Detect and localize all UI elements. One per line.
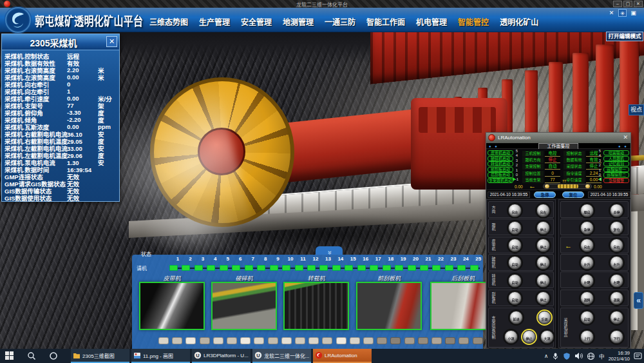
- control-button-启动[interactable]: 启动: [508, 256, 522, 270]
- strip-collapse-tab[interactable]: «: [316, 246, 343, 255]
- thumbnail-dot[interactable]: [185, 337, 196, 344]
- support-state-indicator[interactable]: [169, 265, 178, 271]
- nav-item-智能工作面[interactable]: 智能工作面: [366, 16, 405, 27]
- panel-close-icon[interactable]: ✕: [106, 36, 117, 47]
- support-state-indicator[interactable]: [194, 265, 203, 271]
- control-button-右降[interactable]: 右降: [610, 274, 623, 288]
- support-state-indicator[interactable]: [270, 265, 278, 271]
- control-button-停止[interactable]: 停止: [610, 311, 623, 324]
- control-button-启动[interactable]: 启动: [508, 274, 522, 288]
- control-button-向右[interactable]: 向右: [536, 204, 550, 217]
- control-button-向左[interactable]: 向左: [580, 239, 594, 252]
- speaker-icon[interactable]: [574, 352, 583, 360]
- camera-feed-转载机[interactable]: [283, 282, 349, 330]
- control-button-顺启[interactable]: 顺启: [580, 204, 594, 217]
- control-button-启动[interactable]: 启动: [508, 291, 522, 305]
- estop-pill-button[interactable]: 急停: [534, 191, 556, 198]
- lr-titlebar[interactable]: LRAutomation ✕: [486, 133, 630, 143]
- window-icon[interactable]: ▣: [629, 9, 638, 17]
- nav-item-三维态势图[interactable]: 三维态势图: [149, 16, 188, 27]
- taskbar-task-2305三维截图[interactable]: 2305三维截图: [71, 349, 129, 363]
- control-button-向右[interactable]: 向右: [610, 239, 623, 252]
- control-button-大流[interactable]: 大流: [540, 330, 554, 344]
- camera-feed-前刮板机[interactable]: [356, 282, 422, 330]
- lr-mode-button-急停报警[interactable]: 急停报警: [603, 178, 629, 183]
- thumbnail-dot[interactable]: [377, 337, 387, 344]
- thumbnail-dot[interactable]: [200, 337, 210, 344]
- lr-mode-button-人员跟机[interactable]: 人员跟机: [603, 156, 629, 161]
- thumbnail-dot[interactable]: [281, 337, 292, 344]
- control-button-复位[interactable]: 复位: [610, 221, 623, 235]
- control-button-小流[interactable]: 小流: [504, 330, 518, 344]
- control-button-启动[interactable]: 启动: [580, 311, 594, 324]
- lr-mode-button-支架跟机启动[interactable]: 支架跟机启动: [488, 178, 513, 183]
- support-state-indicator[interactable]: [319, 265, 328, 271]
- support-state-indicator[interactable]: [207, 265, 215, 271]
- support-state-indicator[interactable]: [257, 265, 265, 271]
- control-button-前进[interactable]: 前进: [509, 311, 523, 324]
- search-icon[interactable]: [27, 351, 36, 360]
- gear-icon[interactable]: ✳: [618, 9, 627, 17]
- support-state-indicator[interactable]: [332, 265, 341, 271]
- support-state-indicator[interactable]: [370, 265, 378, 271]
- thumbnail-dot[interactable]: [390, 337, 401, 344]
- control-button-急停[interactable]: 急停: [580, 221, 594, 235]
- thumbnail-dot[interactable]: [254, 337, 264, 344]
- minimize-button[interactable]: –: [613, 1, 622, 7]
- control-button-右升[interactable]: 右升: [610, 256, 623, 270]
- reset-pill-button[interactable]: 复位: [562, 191, 584, 198]
- nav-item-一通三防[interactable]: 一通三防: [325, 16, 355, 27]
- control-button-向左[interactable]: 向左: [508, 204, 522, 217]
- control-button-启动[interactable]: 启动: [508, 221, 522, 235]
- support-state-indicator[interactable]: [220, 265, 228, 271]
- support-state-indicator[interactable]: [357, 265, 366, 271]
- ime-indicator[interactable]: 中: [599, 352, 605, 360]
- cortana-icon[interactable]: [49, 351, 58, 360]
- support-state-indicator[interactable]: [383, 265, 391, 271]
- nav-item-地测管理[interactable]: 地测管理: [283, 16, 314, 27]
- support-state-indicator[interactable]: [457, 265, 466, 271]
- open-edit-mode-button[interactable]: 打开编辑模式: [606, 32, 643, 41]
- support-state-indicator[interactable]: [182, 265, 190, 271]
- support-state-indicator[interactable]: [470, 265, 478, 271]
- nav-item-智能管控[interactable]: 智能管控: [458, 16, 489, 27]
- control-button-后退[interactable]: 后退: [538, 311, 551, 324]
- taskbar-task-11.png - 画图[interactable]: 11.png - 画图: [131, 349, 190, 363]
- lr-mode-button-皮带机启动[interactable]: 皮带机启动: [488, 150, 513, 155]
- control-button-左升[interactable]: 左升: [580, 256, 594, 270]
- control-button-停止[interactable]: 停止: [536, 256, 550, 270]
- viewpoint-tab[interactable]: 视点: [629, 104, 644, 115]
- control-button-上行[interactable]: 上行: [580, 330, 594, 344]
- camera-feed-皮带机[interactable]: [139, 282, 205, 330]
- thumbnail-dot[interactable]: [418, 337, 428, 344]
- support-state-indicator[interactable]: [445, 265, 453, 271]
- camera-feed-破碎机[interactable]: [211, 282, 277, 330]
- control-button-左降[interactable]: 左降: [580, 274, 594, 288]
- control-button-停止[interactable]: 停止: [536, 291, 550, 305]
- taskbar-task-LR3DPlatform - U...[interactable]: ULR3DPlatform - U...: [192, 349, 251, 363]
- lr-mode-button-远程操控二[interactable]: 远程操控二: [603, 172, 629, 177]
- thumbnail-dot[interactable]: [213, 337, 223, 344]
- support-state-indicator[interactable]: [295, 265, 303, 271]
- close-button[interactable]: ✕: [634, 1, 643, 7]
- control-button-停止[interactable]: 停止: [536, 221, 550, 235]
- wrench-icon[interactable]: ✕: [607, 9, 616, 17]
- lr-mode-button-前刮板启动[interactable]: 前刮板启动: [488, 167, 513, 172]
- thumbnail-dot[interactable]: [336, 337, 346, 344]
- support-state-indicator[interactable]: [232, 265, 240, 271]
- thumbnail-dot[interactable]: [172, 337, 182, 344]
- control-button-停止[interactable]: 停止: [522, 330, 536, 344]
- thumbnail-dot[interactable]: [227, 337, 237, 344]
- lr-mode-button-破碎机启动[interactable]: 破碎机启动: [488, 156, 513, 161]
- support-state-indicator[interactable]: [307, 265, 316, 271]
- support-state-indicator[interactable]: [245, 265, 253, 271]
- control-button-调斜[interactable]: 调斜: [580, 291, 594, 305]
- control-button-停止[interactable]: 停止: [536, 239, 550, 252]
- support-state-indicator[interactable]: [395, 265, 403, 271]
- support-state-indicator[interactable]: [420, 265, 428, 271]
- lr-mode-button-后刮板启动[interactable]: 后刮板启动: [488, 172, 513, 177]
- control-button-总停[interactable]: 总停: [610, 204, 623, 217]
- notification-icon[interactable]: [634, 352, 642, 360]
- lr-mode-button-喷雾联动[interactable]: 喷雾联动: [603, 150, 629, 155]
- thumbnail-dot[interactable]: [240, 337, 251, 344]
